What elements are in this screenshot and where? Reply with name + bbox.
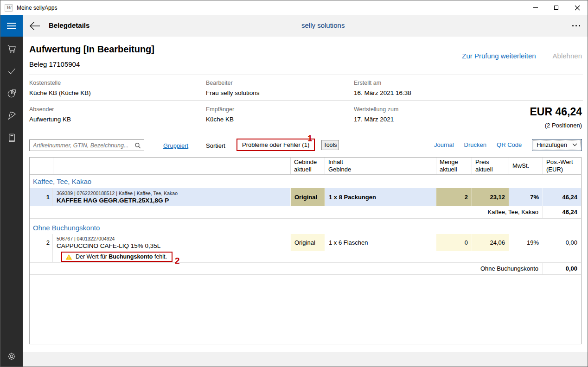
minimize-button[interactable]: [525, 0, 546, 15]
sidebar-item-settings[interactable]: [0, 349, 23, 364]
add-dropdown-button[interactable]: Hinzufügen: [532, 139, 582, 151]
table-header-row: Gebindeaktuell InhaltGebinde Mengeaktuel…: [30, 158, 581, 175]
sidebar-item-catalog[interactable]: [0, 130, 23, 145]
group-header-ohne-buchungskonto: Ohne Buchungskonto: [30, 219, 581, 234]
meta-kostenstelle: Kostenstelle Küche KB (Küche KB): [29, 80, 168, 96]
subtotal-row-ohne-buchungskonto: Ohne Buchungskonto 0,00: [30, 263, 581, 275]
app-window: W Meine sellyApps Belegdetails selly sol…: [0, 0, 588, 367]
cell-gebinde: Original: [290, 188, 325, 206]
annotation-marker-2: 2: [175, 256, 180, 266]
meta-wertstellung: Wertstellung zum 17. März 2021: [354, 106, 493, 123]
article-meta: 506767 | 04013227004924: [57, 236, 287, 241]
annotation-box-warning: Der Wert für Buchungskonto fehlt.: [61, 252, 173, 262]
title-bar: W Meine sellyApps: [0, 0, 588, 15]
article-description: 369389 | 07622200188512 | Kaffee | Kaffe…: [53, 188, 290, 206]
meta-erstellt-am: Erstellt am 16. März 2021 16:38: [354, 80, 493, 96]
row-number: 1: [30, 188, 53, 206]
warning-text: Der Wert für Buchungskonto fehlt.: [76, 253, 167, 260]
journal-link[interactable]: Journal: [434, 141, 454, 148]
page-title: Belegdetails: [49, 21, 89, 29]
total-positions: (2 Positionen): [545, 122, 582, 129]
cell-menge: 0: [436, 234, 472, 251]
cell-mwst: 19%: [509, 234, 543, 251]
meta-label: Bearbeiter: [206, 80, 345, 86]
divider: [29, 75, 583, 75]
subtotal-row-kaffee: Kaffee, Tee, Kakao 46,24: [30, 206, 581, 219]
group-header-kaffee: Kaffee, Tee, Kakao: [30, 175, 581, 188]
back-button[interactable]: [28, 19, 41, 32]
col-inhalt: InhaltGebinde: [325, 158, 436, 174]
subtotal-label: Ohne Buchungskonto: [30, 263, 543, 274]
cell-inhalt: 1 x 6 Flaschen: [325, 234, 436, 251]
tools-button[interactable]: Tools: [321, 140, 339, 150]
annotation-marker-1: 1: [307, 133, 313, 144]
cart-icon: [6, 44, 17, 54]
toolbar-right: Journal Drucken QR Code Hinzufügen: [434, 139, 582, 151]
cell-menge: 2: [436, 188, 472, 206]
window-title: Meine sellyApps: [17, 5, 57, 11]
cell-pos-wert: 46,24: [543, 188, 581, 206]
document-number: Beleg 17105904: [29, 60, 80, 68]
table-row-2[interactable]: 2 506767 | 04013227004924 CAPPUCCINO CAF…: [30, 234, 581, 251]
subtotal-label: Kaffee, Tee, Kakao: [30, 206, 543, 218]
maximize-icon: [554, 6, 558, 10]
col-description: [53, 158, 290, 174]
article-title: KAFFEE HAG GEGR.GETR.25X1,8G P: [57, 197, 287, 204]
maximize-button[interactable]: [546, 0, 567, 15]
minimize-icon: [533, 7, 538, 8]
sidebar-item-reports[interactable]: [0, 86, 23, 101]
sidebar-item-orders[interactable]: [0, 41, 23, 56]
reject-link: Ablehnen: [553, 52, 582, 60]
cell-inhalt: 1 x 8 Packungen: [325, 188, 436, 206]
chevron-down-icon: [572, 143, 577, 146]
forward-for-review-link[interactable]: Zur Prüfung weiterleiten: [462, 52, 536, 60]
document-actions: Zur Prüfung weiterleiten Ablehnen: [462, 52, 582, 60]
sorted-toggle[interactable]: Sortiert: [206, 142, 225, 149]
app-icon: W: [5, 4, 13, 12]
cell-preis: 24,06: [472, 234, 509, 251]
cell-pos-wert: 0,00: [543, 234, 581, 251]
search-input[interactable]: [30, 142, 134, 149]
col-pos-wert: Pos.-Wert(EUR): [543, 158, 581, 174]
meta-label: Absender: [29, 106, 168, 113]
document-title: Aufwertung [In Bearbeitung]: [29, 44, 154, 55]
row-number: 2: [30, 234, 53, 251]
col-row-number: [30, 158, 53, 174]
sidebar-item-approvals[interactable]: [0, 63, 23, 78]
meta-value: Küche KB (Küche KB): [29, 89, 168, 96]
meta-value: Aufwertung KB: [29, 116, 168, 123]
article-title: CAPPUCCINO CAFE-LIQ 15% 0,35L: [57, 242, 287, 249]
meta-label: Empfänger: [206, 106, 345, 113]
qr-code-link[interactable]: QR Code: [497, 141, 522, 148]
annotation-box-problems: Probleme oder Fehler (1): [236, 139, 315, 151]
price-tag-icon: [6, 110, 17, 121]
divider: [29, 100, 583, 101]
close-icon: [575, 5, 580, 11]
search-icon: [134, 142, 141, 149]
subtotal-value: 46,24: [543, 206, 581, 218]
grouped-toggle[interactable]: Gruppiert: [163, 142, 188, 149]
meta-label: Wertstellung zum: [354, 106, 493, 113]
meta-label: Kostenstelle: [29, 80, 168, 86]
cell-preis: 23,12: [472, 188, 509, 206]
close-button[interactable]: [567, 0, 588, 15]
col-mwst: MwSt.: [509, 158, 543, 174]
subtotal-value: 0,00: [543, 263, 581, 274]
article-meta: 369389 | 07622200188512 | Kaffee | Kaffe…: [57, 190, 287, 196]
col-preis: Preisaktuell: [472, 158, 509, 174]
ellipsis-icon: [572, 25, 574, 26]
table-row-1[interactable]: 1 369389 | 07622200188512 | Kaffee | Kaf…: [30, 188, 581, 206]
checkmark-icon: [6, 66, 17, 76]
settings-gear-icon: [6, 351, 17, 361]
meta-empfaenger: Empfänger Küche KB: [206, 106, 345, 123]
problems-filter[interactable]: Probleme oder Fehler (1): [242, 141, 309, 148]
book-icon: [6, 133, 17, 143]
print-link[interactable]: Drucken: [464, 141, 486, 148]
more-options-button[interactable]: [572, 25, 580, 26]
sidebar-item-articles[interactable]: [0, 108, 23, 123]
total-amount: EUR 46,24: [530, 106, 582, 118]
meta-bearbeiter: Bearbeiter Frau selly solutions: [206, 80, 345, 96]
hamburger-menu-button[interactable]: [0, 15, 23, 37]
cell-mwst: 7%: [509, 188, 543, 206]
meta-label: Erstellt am: [354, 80, 493, 86]
